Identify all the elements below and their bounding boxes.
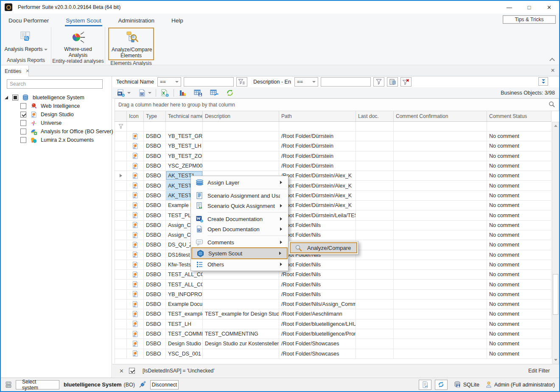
- filter-editor-button[interactable]: [387, 77, 398, 87]
- row-selector[interactable]: [115, 280, 127, 289]
- tree-item-lumira[interactable]: Lumira 2.x Documents: [1, 136, 112, 144]
- filter-cell[interactable]: [203, 122, 279, 131]
- table-row[interactable]: DSBOAK_TEST2/Root Folder/Dürrstein/Alex_…: [115, 181, 552, 190]
- row-selector[interactable]: [115, 221, 127, 230]
- dropdown-caret-icon[interactable]: [148, 92, 151, 94]
- analysis-reports-button[interactable]: Analysis Reports: [4, 27, 47, 52]
- menu-item-scenario-quick-assignment[interactable]: Scenario Quick Assignment: [191, 201, 288, 211]
- log-button[interactable]: [419, 380, 431, 390]
- technical-name-filter-button[interactable]: [236, 77, 247, 87]
- row-selector[interactable]: [115, 210, 127, 220]
- technical-name-filter-input[interactable]: [184, 77, 234, 87]
- tree-item-universe[interactable]: Universe: [1, 119, 112, 127]
- menu-item-open-documentation[interactable]: Open Documentation: [191, 224, 288, 234]
- tree-item-design-studio[interactable]: Design Studio: [1, 110, 112, 119]
- group-by-bar[interactable]: Drag a column header here to group by th…: [115, 98, 559, 111]
- cell-technical-name[interactable]: YSC_ZEPM001: [166, 161, 203, 171]
- row-selector[interactable]: [115, 329, 127, 339]
- tab-docu-performer[interactable]: Docu Performer: [8, 15, 50, 26]
- select-system-button[interactable]: Select system: [16, 380, 59, 389]
- table-row[interactable]: DSBOTEST_PLANN.../Root Folder/Dürrstein/…: [115, 210, 552, 220]
- row-selector[interactable]: [115, 349, 127, 358]
- scroll-up-button[interactable]: [552, 122, 559, 129]
- table-row[interactable]: DSBODesign Studio z...Design Studio zur …: [115, 339, 552, 349]
- menu-item-system-scout[interactable]: System Scout: [191, 247, 288, 259]
- filter-cell[interactable]: [487, 122, 552, 131]
- row-selector[interactable]: [115, 290, 127, 299]
- table-row[interactable]: DSBOYB_TEST_GRAPH/Root Folder/DürrsteinN…: [115, 132, 552, 141]
- table-row[interactable]: DSBOAK_TEST3/Root Folder/Dürrstein/Alex_…: [115, 191, 552, 201]
- row-selector[interactable]: [115, 339, 127, 348]
- open-word-doc-button[interactable]: [138, 89, 146, 97]
- column-header-type[interactable]: Type: [144, 111, 166, 121]
- column-header-comment-status[interactable]: Comment Status: [487, 111, 552, 121]
- row-selector[interactable]: [115, 250, 127, 260]
- menu-item-scenario-assignment[interactable]: Scenario Assignment and Usage: [191, 190, 288, 201]
- cell-technical-name[interactable]: Design Studio z...: [166, 339, 203, 348]
- tab-administration[interactable]: Administration: [118, 15, 156, 26]
- menu-item-assign-layer[interactable]: Assign Layer: [191, 177, 288, 188]
- close-filter-icon[interactable]: ✕: [119, 368, 124, 374]
- export-excel-button[interactable]: [160, 89, 169, 97]
- row-selector[interactable]: [115, 161, 127, 171]
- apply-filter-button[interactable]: [373, 77, 384, 87]
- scroll-down-button[interactable]: [552, 356, 559, 363]
- table-row[interactable]: DSBOYB_TEST_ZOHO/Root Folder/DürrsteinNo…: [115, 151, 552, 161]
- dropdown-caret-icon[interactable]: [127, 92, 131, 94]
- column-header-technical-name[interactable]: Technical name: [166, 111, 203, 121]
- menu-item-create-documentation[interactable]: Create Documentation: [191, 214, 288, 224]
- row-selector[interactable]: [115, 309, 127, 319]
- checkbox[interactable]: [20, 103, 26, 109]
- search-input[interactable]: [7, 80, 102, 88]
- cell-technical-name[interactable]: TEST_ALL_CO...: [166, 270, 203, 279]
- row-selector[interactable]: [115, 260, 127, 269]
- row-selector[interactable]: [115, 181, 127, 190]
- menu-item-analyze-compare[interactable]: Analyze/Compare: [290, 242, 357, 253]
- tabstrip-close-icon[interactable]: ✕: [551, 67, 555, 73]
- table-row[interactable]: DSBOTEST_COMME...TEST_COMMENTING/Root Fo…: [115, 329, 552, 339]
- close-button[interactable]: ✕: [539, 1, 559, 14]
- row-selector[interactable]: [115, 191, 127, 200]
- table-row[interactable]: DSBOAK_TEST1/Root Folder/Dürrstein/Alex_…: [115, 171, 552, 181]
- column-header-last-doc[interactable]: Last doc.: [356, 111, 394, 121]
- scrollbar-thumb[interactable]: [553, 274, 558, 315]
- table-row[interactable]: DSBOTEST_ALL_CO.../Root Folder/NilsNo co…: [115, 270, 552, 280]
- cell-technical-name[interactable]: TEST_ALL_CO...: [166, 280, 203, 289]
- menu-item-others[interactable]: Others: [191, 259, 288, 269]
- clear-filter-button[interactable]: [400, 77, 412, 87]
- where-used-analysis-button[interactable]: Where-used Analysis: [61, 27, 95, 58]
- table-row[interactable]: DSBOExample Docu.../Root Folder/Nils/Ass…: [115, 300, 552, 309]
- table-row[interactable]: DSBOYSC_ZEPM001/Root Folder/DürrsteinNo …: [115, 161, 552, 171]
- entities-tab-close-icon[interactable]: ✕: [25, 68, 29, 74]
- chart-button[interactable]: [178, 89, 187, 97]
- row-selector[interactable]: [115, 132, 127, 141]
- cell-technical-name[interactable]: Example Docu...: [166, 300, 203, 309]
- table-row[interactable]: DSBOYSC_DS_001/Root Folder/ShowcasesNo c…: [115, 349, 552, 359]
- analyze-compare-elements-button[interactable]: Analyze/Compare Elements: [108, 28, 154, 60]
- description-filter-input[interactable]: [321, 77, 371, 87]
- table-row[interactable]: DSBOKfw-Tests/Root Folder/NilsNo comment: [115, 260, 552, 270]
- table-row[interactable]: DSBOAssign_Comm.../Root Folder/NilsNo co…: [115, 230, 552, 240]
- cell-technical-name[interactable]: TEST_example: [166, 309, 203, 319]
- description-operator-select[interactable]: ==: [294, 77, 318, 87]
- export-layout-button[interactable]: [210, 89, 219, 97]
- table-row[interactable]: DSBOExample Doc.../Root Folder/Dürrstein…: [115, 201, 552, 210]
- sync-button[interactable]: [435, 380, 448, 390]
- tree-item-system-root[interactable]: bluetelligence System: [1, 93, 112, 102]
- save-layout-button[interactable]: [193, 89, 203, 97]
- tab-system-scout[interactable]: System Scout: [65, 15, 102, 26]
- tree-item-web-intelligence[interactable]: Web Intelligence: [1, 102, 112, 110]
- vertical-scrollbar[interactable]: [552, 122, 559, 364]
- column-header-comment-confirmation[interactable]: Comment Confirmation: [394, 111, 487, 121]
- row-selector[interactable]: [115, 270, 127, 279]
- tab-entities[interactable]: Entities ✕: [1, 66, 29, 76]
- technical-name-operator-select[interactable]: ==: [157, 77, 181, 87]
- collapse-criteria-button[interactable]: [538, 77, 548, 86]
- row-selector[interactable]: [115, 319, 127, 329]
- checkbox[interactable]: [20, 137, 26, 143]
- filter-cell[interactable]: [279, 122, 356, 131]
- column-header-icon[interactable]: Icon: [127, 111, 144, 121]
- cell-technical-name[interactable]: TEST_COMME...: [166, 329, 203, 339]
- table-row[interactable]: DSBOYB_INFOPROV.../Root Folder/NilsNo co…: [115, 290, 552, 300]
- table-row[interactable]: DSBOYB_TEST_LH/Root Folder/DürrsteinNo c…: [115, 141, 552, 151]
